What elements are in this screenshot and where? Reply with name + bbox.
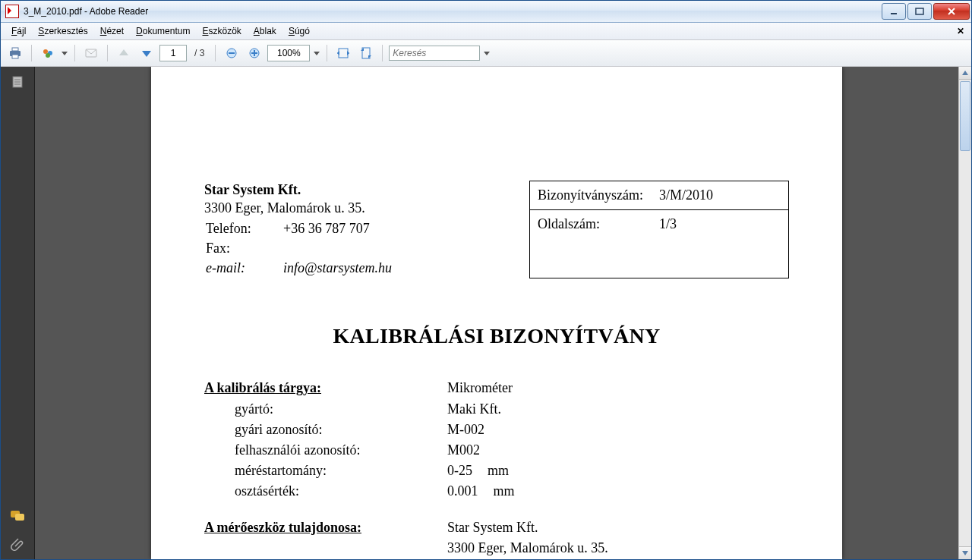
print-button[interactable] [5,43,25,63]
fax-label: Fax: [206,239,282,257]
svg-line-3 [948,8,955,14]
menu-help[interactable]: Súgó [282,24,316,38]
subject-row-label: gyártó: [204,400,447,419]
menu-view[interactable]: Nézet [94,24,130,38]
arrow-down-icon [140,47,153,59]
menu-window[interactable]: Ablak [248,24,282,38]
pdf-page: Star System Kft. 3300 Eger, Malomárok u.… [151,67,842,559]
svg-rect-6 [12,55,18,58]
menubar: Fájl Szerkesztés Nézet Dokumentum Eszköz… [1,23,971,40]
svg-marker-19 [314,52,320,55]
collaborate-icon [41,46,55,60]
calibration-details: A kalibrálás tárgya: Mikrométer gyártó: … [204,379,789,559]
search-input[interactable] [389,46,480,61]
page-count-label: Oldalszám: [538,216,659,232]
email-value: info@starsystem.hu [283,259,392,277]
document-close-button[interactable]: ✕ [955,25,967,37]
svg-rect-5 [12,48,18,51]
zoom-out-button[interactable] [222,43,241,63]
svg-marker-34 [962,551,968,555]
certificate-info-box: Bizonyítványszám: 3/M/2010 Oldalszám: 1/… [529,181,789,278]
subject-row-value: Maki Kft. [447,400,789,419]
svg-marker-33 [962,71,968,75]
zoom-level-input[interactable] [267,45,310,61]
company-name: Star System Kft. [204,181,393,199]
subject-row-value: 0-25mm [447,461,789,480]
company-address: 3300 Eger, Malomárok u. 35. [204,199,393,217]
subject-row-label: felhasználói azonosító: [204,441,447,460]
print-icon [8,46,22,60]
collaborate-button[interactable] [38,43,58,63]
fit-width-button[interactable] [333,43,353,63]
page-up-button[interactable] [114,43,134,63]
content-area: Star System Kft. 3300 Eger, Malomárok u.… [1,67,971,559]
phone-label: Telefon: [206,219,282,238]
fit-page-button[interactable] [356,43,376,63]
toolbar: / 3 [1,40,971,67]
subject-row-label: méréstartomány: [204,461,447,480]
document-viewport[interactable]: Star System Kft. 3300 Eger, Malomárok u.… [35,67,958,559]
svg-marker-10 [62,52,68,55]
fit-page-icon [359,46,373,60]
collaborate-dropdown[interactable] [61,44,68,62]
page-number-input[interactable] [159,45,187,61]
zoom-in-icon [248,47,260,59]
titlebar: 3_M_2010.pdf - Adobe Reader [1,1,971,23]
svg-rect-32 [15,514,24,521]
scroll-track[interactable] [959,80,971,546]
subject-row-value: M002 [447,441,789,460]
maximize-button[interactable] [907,3,932,20]
company-block: Star System Kft. 3300 Eger, Malomárok u.… [204,181,393,278]
email-button[interactable] [81,43,101,63]
svg-marker-26 [484,52,490,55]
subject-value: Mikrométer [447,379,789,398]
scroll-down-button[interactable] [959,546,971,559]
zoom-out-icon [226,47,238,59]
cert-number-value: 3/M/2010 [659,187,781,203]
email-label: e-mail: [206,259,282,277]
zoom-in-button[interactable] [245,43,264,63]
svg-rect-1 [916,8,923,14]
cert-number-label: Bizonyítványszám: [538,187,659,203]
page-thumbnails-icon [11,75,24,89]
scroll-up-button[interactable] [959,67,971,80]
subject-row-value: M-002 [447,420,789,439]
owner-heading: A mérőeszköz tulajdonosa: [204,518,447,537]
zoom-dropdown[interactable] [313,44,320,62]
navigation-pane [1,67,35,559]
vertical-scrollbar[interactable] [958,67,971,559]
close-button[interactable] [933,3,970,20]
document-title: KALIBRÁLÁSI BIZONYÍTVÁNY [204,324,789,348]
svg-marker-12 [119,49,128,55]
svg-rect-20 [339,49,348,58]
thumbnails-panel-button[interactable] [8,73,27,91]
phone-value: +36 36 787 707 [283,219,392,238]
fit-width-icon [336,46,350,60]
menu-document[interactable]: Dokumentum [130,24,196,38]
svg-point-7 [43,49,48,54]
subject-row-label: gyári azonosító: [204,420,447,439]
svg-line-2 [948,8,955,14]
page-total-label: / 3 [190,48,209,58]
attachments-panel-button[interactable] [8,535,27,553]
owner-line2: 3300 Eger, Malomárok u. 35. [447,539,789,558]
subject-row-label: osztásérték: [204,482,447,501]
search-dropdown[interactable] [483,44,491,62]
menu-tools[interactable]: Eszközök [196,24,247,38]
window-title: 3_M_2010.pdf - Adobe Reader [24,6,148,17]
subject-heading: A kalibrálás tárgya: [204,379,447,398]
fax-value [283,239,392,257]
arrow-up-icon [118,47,130,59]
paperclip-icon [11,537,24,551]
menu-file[interactable]: Fájl [5,24,32,38]
menu-edit[interactable]: Szerkesztés [32,24,93,38]
owner-line1: Star System Kft. [447,518,789,537]
scroll-thumb[interactable] [960,81,970,151]
minimize-button[interactable] [882,3,906,20]
svg-marker-13 [142,51,151,57]
app-window: 3_M_2010.pdf - Adobe Reader Fájl Szerkes… [0,0,972,560]
subject-row-value: 0.001mm [447,482,789,501]
page-count-value: 1/3 [659,216,781,232]
page-down-button[interactable] [137,43,156,63]
comments-panel-button[interactable] [8,508,27,526]
